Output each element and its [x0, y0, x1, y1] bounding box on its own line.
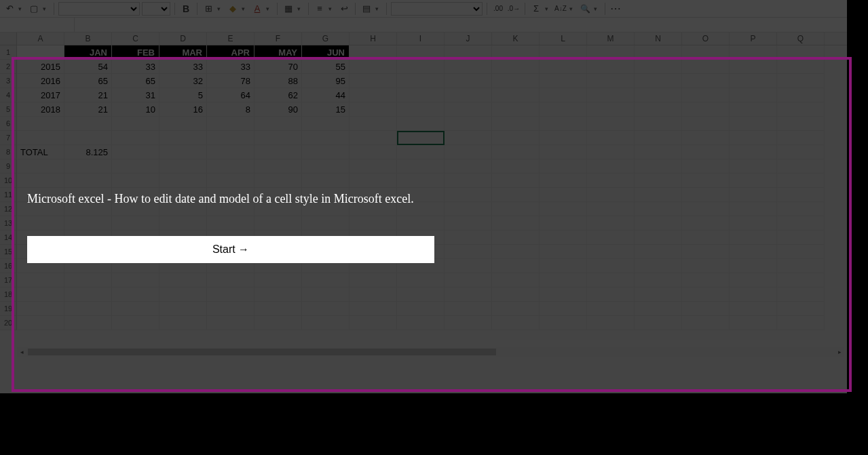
- cell[interactable]: [112, 288, 159, 302]
- cell[interactable]: [159, 117, 207, 131]
- chevron-down-icon[interactable]: ▾: [18, 5, 25, 12]
- row-header[interactable]: 2: [0, 60, 17, 74]
- cell[interactable]: [682, 145, 730, 159]
- column-header[interactable]: O: [682, 33, 730, 45]
- cell[interactable]: [730, 145, 777, 159]
- cell[interactable]: [777, 302, 825, 316]
- cell[interactable]: [64, 273, 112, 288]
- cell[interactable]: [492, 216, 540, 231]
- cell[interactable]: 32: [159, 74, 207, 88]
- cell[interactable]: [730, 188, 777, 202]
- row-header[interactable]: 6: [0, 117, 17, 131]
- cell[interactable]: [540, 259, 587, 273]
- row-header[interactable]: 4: [0, 88, 17, 102]
- cell[interactable]: [17, 273, 64, 288]
- cell[interactable]: [397, 131, 445, 145]
- cell[interactable]: [492, 316, 540, 330]
- row-header[interactable]: 3: [0, 74, 17, 88]
- column-header[interactable]: M: [587, 33, 635, 45]
- cell[interactable]: [302, 302, 350, 316]
- cell[interactable]: [682, 74, 730, 88]
- column-header[interactable]: J: [445, 33, 492, 45]
- wrap-icon[interactable]: ↩: [337, 2, 351, 16]
- cell[interactable]: [730, 231, 777, 245]
- cell[interactable]: [112, 216, 159, 231]
- horizontal-scrollbar[interactable]: ◂ ▸: [17, 347, 844, 357]
- column-header[interactable]: I: [397, 33, 445, 45]
- column-header[interactable]: F: [254, 33, 302, 45]
- cell[interactable]: [587, 188, 635, 202]
- cell[interactable]: [682, 245, 730, 259]
- cell[interactable]: [207, 302, 254, 316]
- cell[interactable]: [682, 302, 730, 316]
- cell[interactable]: [587, 74, 635, 88]
- cell[interactable]: [777, 102, 825, 117]
- cell[interactable]: [302, 174, 350, 188]
- cell[interactable]: [540, 231, 587, 245]
- chevron-down-icon[interactable]: ▾: [297, 5, 304, 12]
- cell[interactable]: [254, 117, 302, 131]
- chevron-down-icon[interactable]: ▾: [545, 5, 552, 12]
- row-header[interactable]: 18: [0, 288, 17, 302]
- cell[interactable]: [350, 302, 397, 316]
- row-header[interactable]: 8: [0, 145, 17, 159]
- cell[interactable]: [730, 216, 777, 231]
- cell[interactable]: [730, 102, 777, 117]
- cell[interactable]: [350, 74, 397, 88]
- cell[interactable]: 33: [159, 60, 207, 74]
- cell[interactable]: [635, 145, 682, 159]
- cell[interactable]: [64, 316, 112, 330]
- cell[interactable]: [207, 273, 254, 288]
- cell[interactable]: [492, 159, 540, 174]
- cell[interactable]: 62: [254, 88, 302, 102]
- cell[interactable]: [350, 145, 397, 159]
- cell[interactable]: [112, 131, 159, 145]
- cell[interactable]: [445, 88, 492, 102]
- cell[interactable]: [254, 316, 302, 330]
- row-header[interactable]: 17: [0, 273, 17, 288]
- cell[interactable]: [492, 302, 540, 316]
- cell[interactable]: [587, 273, 635, 288]
- chevron-down-icon[interactable]: ▾: [242, 5, 248, 12]
- column-header[interactable]: C: [112, 33, 159, 45]
- cell[interactable]: [587, 231, 635, 245]
- cell[interactable]: 2015: [17, 60, 64, 74]
- cell[interactable]: [254, 131, 302, 145]
- cell[interactable]: [682, 316, 730, 330]
- cell[interactable]: [777, 273, 825, 288]
- cell[interactable]: [682, 131, 730, 145]
- cell[interactable]: [397, 102, 445, 117]
- cell[interactable]: APR: [207, 45, 254, 60]
- cell[interactable]: [17, 216, 64, 231]
- cell[interactable]: [635, 74, 682, 88]
- cell[interactable]: [445, 302, 492, 316]
- font-size-select[interactable]: [142, 2, 170, 16]
- cell[interactable]: [17, 174, 64, 188]
- cell[interactable]: [64, 159, 112, 174]
- cell[interactable]: [540, 316, 587, 330]
- row-header[interactable]: 11: [0, 188, 17, 202]
- chevron-down-icon[interactable]: ▾: [266, 5, 273, 12]
- cell[interactable]: [17, 45, 64, 60]
- cell[interactable]: 90: [254, 102, 302, 117]
- chevron-down-icon[interactable]: ▾: [594, 5, 601, 12]
- cell[interactable]: [635, 316, 682, 330]
- column-header[interactable]: K: [492, 33, 540, 45]
- scroll-left-icon[interactable]: ◂: [17, 347, 26, 357]
- cell[interactable]: [397, 74, 445, 88]
- cell[interactable]: [254, 145, 302, 159]
- cell[interactable]: [540, 216, 587, 231]
- cell[interactable]: [587, 202, 635, 216]
- cell[interactable]: [730, 131, 777, 145]
- cell[interactable]: [302, 145, 350, 159]
- cell[interactable]: [254, 216, 302, 231]
- cell[interactable]: [17, 159, 64, 174]
- cell[interactable]: 65: [64, 74, 112, 88]
- cell[interactable]: [587, 316, 635, 330]
- cell[interactable]: [445, 159, 492, 174]
- cell[interactable]: [540, 174, 587, 188]
- row-header[interactable]: 12: [0, 202, 17, 216]
- grid-cells[interactable]: JANFEBMARAPRMAYJUN2015543333337055201665…: [17, 45, 847, 330]
- cell[interactable]: [350, 316, 397, 330]
- cell[interactable]: [587, 216, 635, 231]
